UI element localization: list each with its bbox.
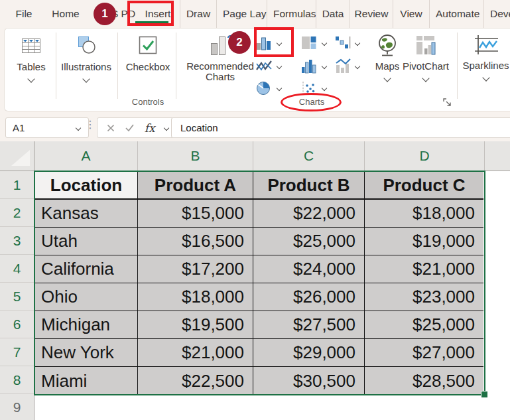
tab-file[interactable]: File <box>5 0 42 28</box>
tab-page-layout[interactable]: Page Layout <box>216 0 267 28</box>
annotation-box-insert-tab <box>127 1 174 26</box>
tab-automate[interactable]: Automate <box>429 0 483 28</box>
group-divider <box>176 33 176 99</box>
histogram-chart-dropdown-chevron[interactable] <box>322 64 327 69</box>
tables-button[interactable]: Tables <box>10 29 52 111</box>
spreadsheet-grid: A B C D 1 2 3 4 5 6 7 8 9 Location Produ… <box>0 141 510 420</box>
column-header-D[interactable]: D <box>365 141 485 171</box>
line-chart-dropdown-chevron[interactable] <box>277 64 282 69</box>
charts-dialog-launcher[interactable] <box>442 98 452 107</box>
pivotchart-icon <box>413 33 438 58</box>
recommended-charts-label: Recommended Charts <box>183 61 257 82</box>
tab-view[interactable]: View <box>393 0 429 28</box>
combo-chart-icon <box>335 58 351 75</box>
column-header-A[interactable]: A <box>34 141 138 171</box>
formula-content: Location <box>180 122 218 133</box>
illustrations-label: Illustrations <box>61 62 111 72</box>
select-all-button[interactable] <box>0 141 34 171</box>
checkbox-label: Checkbox <box>126 62 170 72</box>
illustrations-dropdown-chevron[interactable] <box>82 75 90 82</box>
insert-statistic-chart-button[interactable] <box>300 58 326 75</box>
pivotchart-label: PivotChart <box>403 61 449 72</box>
sparklines-button[interactable]: Sparklines <box>461 29 510 111</box>
illustrations-button[interactable]: Illustrations <box>56 29 116 111</box>
tab-data[interactable]: Data <box>316 0 350 28</box>
tab-review[interactable]: Review <box>350 0 393 28</box>
maps-globe-icon <box>375 33 400 58</box>
row-header-7[interactable]: 7 <box>0 338 34 366</box>
formula-bar-drag-dots[interactable]: ⋮ <box>85 118 96 131</box>
tables-dropdown-chevron[interactable] <box>27 75 34 82</box>
row-header-8[interactable]: 8 <box>0 366 34 394</box>
insert-waterfall-chart-button[interactable] <box>335 35 359 52</box>
waterfall-chart-icon <box>335 35 351 52</box>
column-header-B[interactable]: B <box>138 141 253 171</box>
group-divider <box>117 33 118 99</box>
row-header-1[interactable]: 1 <box>0 171 34 199</box>
row-header-4[interactable]: 4 <box>0 255 34 283</box>
cancel-icon[interactable] <box>106 123 115 133</box>
row-header-2[interactable]: 2 <box>0 199 34 227</box>
histogram-chart-icon <box>300 58 318 75</box>
sparklines-dropdown-chevron[interactable] <box>482 74 489 81</box>
waterfall-chart-dropdown-chevron[interactable] <box>355 40 360 46</box>
annotation-step-2-badge: 2 <box>228 31 251 54</box>
insert-pie-chart-button[interactable] <box>255 80 281 97</box>
line-chart-icon <box>255 58 273 75</box>
tables-label: Tables <box>17 62 45 72</box>
tab-developer[interactable]: Developer <box>483 0 510 28</box>
insert-combo-chart-button[interactable] <box>335 58 359 75</box>
hierarchy-chart-dropdown-chevron[interactable] <box>322 40 327 46</box>
scatter-chart-dropdown-chevron[interactable] <box>322 86 327 91</box>
combo-chart-dropdown-chevron[interactable] <box>355 64 360 69</box>
enter-icon[interactable] <box>125 123 135 132</box>
maps-label: Maps <box>375 61 400 72</box>
formula-bar: A1 ⋮ fx Location <box>0 110 510 141</box>
ribbon-tab-bar: File Home WPS PDF Insert Draw Page Layou… <box>0 0 510 28</box>
annotation-step-1-badge: 1 <box>94 3 116 25</box>
group-divider <box>457 33 458 99</box>
insert-function-button[interactable]: fx <box>145 121 155 135</box>
dialog-launcher-icon <box>442 98 452 107</box>
hierarchy-chart-icon <box>300 35 318 52</box>
row-header-3[interactable]: 3 <box>0 227 34 255</box>
formula-input[interactable]: Location <box>171 117 510 138</box>
insert-hierarchy-chart-button[interactable] <box>300 35 326 52</box>
row-header-6[interactable]: 6 <box>0 311 34 338</box>
name-box-chevron[interactable] <box>76 125 81 130</box>
annotation-box-column-chart <box>254 27 294 57</box>
row-header-5[interactable]: 5 <box>0 283 34 311</box>
controls-group-label: Controls <box>123 97 173 107</box>
tables-icon <box>20 34 42 59</box>
checkbox-icon <box>137 34 159 59</box>
pie-chart-dropdown-chevron[interactable] <box>277 86 282 91</box>
fx-dropdown-chevron[interactable] <box>164 125 169 130</box>
tab-formulas[interactable]: Formulas <box>267 0 316 28</box>
fill-handle[interactable] <box>481 391 488 398</box>
annotation-ellipse-charts-group <box>281 93 342 111</box>
sparklines-label: Sparklines <box>462 60 509 71</box>
tab-home[interactable]: Home <box>42 0 89 28</box>
tab-draw[interactable]: Draw <box>180 0 216 28</box>
pie-chart-icon <box>255 80 273 97</box>
cell-reference: A1 <box>13 122 25 133</box>
illustrations-icon <box>75 34 97 59</box>
selection-border <box>34 171 485 395</box>
pivotchart-dropdown-chevron[interactable] <box>422 74 429 82</box>
name-box[interactable]: A1 <box>5 117 89 138</box>
insert-line-chart-button[interactable] <box>255 58 281 75</box>
column-header-C[interactable]: C <box>253 141 365 171</box>
row-header-9[interactable]: 9 <box>0 394 34 420</box>
sparklines-icon <box>473 34 499 58</box>
select-all-triangle-icon <box>11 150 30 166</box>
maps-dropdown-chevron[interactable] <box>383 74 391 82</box>
